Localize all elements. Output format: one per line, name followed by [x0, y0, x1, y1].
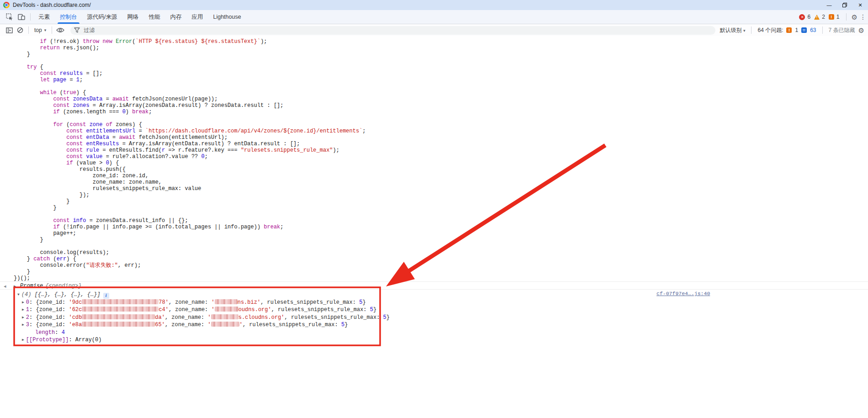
- redaction-blur: [82, 314, 155, 319]
- message-separator: [0, 281, 868, 282]
- filter-input[interactable]: [83, 26, 690, 34]
- warning-count: 2: [822, 14, 825, 20]
- issue-message-badge-icon: [801, 27, 807, 33]
- tab-性能[interactable]: 性能: [143, 10, 165, 24]
- code-line: console.log(results);: [14, 249, 366, 256]
- array-preview-row[interactable]: ▼(4) [{…}, {…}, {…}, {…}]i: [14, 291, 425, 299]
- code-line: }: [14, 51, 366, 58]
- code-line: [14, 58, 366, 64]
- expand-icon: ▶: [22, 300, 24, 304]
- clear-console-button[interactable]: [15, 25, 26, 35]
- tab-Lighthouse[interactable]: Lighthouse: [208, 10, 246, 24]
- tab-控制台[interactable]: 控制台: [55, 10, 82, 24]
- close-button[interactable]: ✕: [852, 0, 868, 10]
- tab-源代码/来源[interactable]: 源代码/来源: [82, 10, 122, 24]
- tab-list: 元素控制台源代码/来源网络性能内存应用Lighthouse: [33, 10, 246, 24]
- live-expression-button[interactable]: [55, 25, 66, 35]
- array-items-preview: [{…}, {…}, {…}, {…}]: [31, 291, 100, 298]
- redaction-blur: [82, 322, 155, 327]
- code-line: while (true) {: [14, 90, 366, 96]
- filter-funnel-icon: [74, 27, 80, 33]
- divider: [52, 26, 52, 34]
- array-item-row[interactable]: ▶1: {zone_id: '62cc4', zone_name: 'oudns…: [14, 306, 425, 314]
- code-line: let page = 1;: [14, 77, 366, 83]
- context-label: top: [34, 27, 42, 33]
- code-line: for (const zone of zones) {: [14, 122, 366, 128]
- redaction-blur: [211, 322, 239, 327]
- source-location-link[interactable]: cf-07f97e4….js:40: [656, 291, 710, 296]
- code-line: zone_name: zone.name,: [14, 179, 366, 185]
- code-line: });: [14, 192, 366, 198]
- code-line: [14, 83, 366, 90]
- array-count: (4): [21, 291, 32, 298]
- info-icon[interactable]: i: [103, 293, 109, 299]
- code-line: [14, 115, 366, 122]
- eye-icon: [56, 27, 64, 33]
- divider: [28, 26, 29, 34]
- message-separator: [0, 289, 868, 290]
- array-item-row[interactable]: ▶0: {zone_id: '9dc78', zone_name: 'ns.bi…: [14, 299, 425, 307]
- console-warnings-icon[interactable]: [814, 15, 820, 20]
- code-line: const entData = await fetchJson(entitlem…: [14, 134, 366, 141]
- code-line: rulesets_snippets_rule_max: value: [14, 185, 366, 192]
- console-sidebar-toggle-button[interactable]: [4, 25, 15, 35]
- array-item-row[interactable]: ▶2: {zone_id: 'cdbda', zone_name: 's.clo…: [14, 314, 425, 322]
- console-log-array-message: ▼(4) [{…}, {…}, {…}, {…}]i ▶0: {zone_id:…: [14, 291, 425, 344]
- more-options-icon[interactable]: ⋮: [860, 13, 864, 21]
- divider: [30, 13, 31, 21]
- tab-元素[interactable]: 元素: [33, 10, 55, 24]
- returned-promise-row[interactable]: ▶ Promise {<pending>}: [14, 283, 81, 289]
- array-item-row[interactable]: ▶3: {zone_id: 'e8a65', zone_name: '', ru…: [14, 321, 425, 329]
- code-line: console.error("请求失败:", err);: [14, 262, 366, 269]
- toggle-device-toolbar-button[interactable]: [16, 11, 27, 22]
- code-line: }: [14, 269, 366, 275]
- issues-icon[interactable]: !: [829, 14, 834, 20]
- tab-内存[interactable]: 内存: [165, 10, 186, 24]
- divider: [751, 26, 752, 34]
- issue-error-count: 1: [795, 27, 798, 33]
- code-line: [14, 243, 366, 249]
- array-length-row: length: 4: [14, 329, 425, 337]
- code-line: return res.json();: [14, 45, 366, 51]
- code-line: const results = [];: [14, 70, 366, 77]
- restore-icon: [842, 3, 847, 7]
- code-line: const value = rule?.allocation?.value ??…: [14, 153, 366, 160]
- array-prototype-row[interactable]: ▶[[Prototype]]: Array(0): [14, 336, 425, 344]
- tab-网络[interactable]: 网络: [122, 10, 143, 24]
- code-line: }: [14, 198, 366, 205]
- inspect-element-button[interactable]: [4, 11, 16, 22]
- log-level-selector[interactable]: 默认级别 ▾: [720, 26, 746, 34]
- console-filter-box[interactable]: [70, 26, 715, 35]
- redaction-blur: [82, 307, 159, 312]
- code-line: const entitlementsUrl = `https://dash.cl…: [14, 128, 366, 134]
- close-icon: ✕: [858, 2, 862, 8]
- issue-message-count: 63: [810, 27, 816, 33]
- settings-gear-icon[interactable]: ⚙: [852, 14, 857, 21]
- code-line: } catch (err) {: [14, 256, 366, 262]
- minimize-icon: —: [827, 2, 832, 8]
- tab-应用[interactable]: 应用: [186, 10, 208, 24]
- code-line: page++;: [14, 230, 366, 237]
- redaction-blur: [82, 299, 159, 304]
- expand-icon: ▶: [22, 338, 24, 342]
- divider: [846, 13, 847, 21]
- chrome-logo-icon: [3, 2, 10, 8]
- expand-icon: ▶: [14, 284, 16, 288]
- restore-button[interactable]: [837, 0, 852, 10]
- code-line: const entResults = Array.isArray(entData…: [14, 141, 366, 147]
- minimize-button[interactable]: —: [821, 0, 837, 10]
- window-title: DevTools - dash.cloudflare.com/: [13, 2, 91, 8]
- chevron-down-icon: ▾: [743, 28, 746, 33]
- issue-error-badge-icon: !: [786, 27, 792, 33]
- console-errors-icon[interactable]: ✕: [799, 14, 805, 20]
- log-level-label: 默认级别: [720, 27, 742, 33]
- hidden-messages-label[interactable]: 7 条已隐藏: [829, 26, 855, 34]
- clear-console-icon: [17, 27, 23, 33]
- returned-value-icon: ◂: [4, 283, 6, 289]
- code-line: if (zones.length === 0) break;: [14, 109, 366, 115]
- devtools-tabbar: 元素控制台源代码/来源网络性能内存应用Lighthouse ✕ 6 2 ! 1 …: [0, 10, 868, 24]
- code-line: zone_id: zone.id,: [14, 173, 366, 179]
- console-settings-gear-icon[interactable]: ⚙: [858, 27, 864, 34]
- javascript-context-selector[interactable]: top ▾: [32, 27, 49, 33]
- issues-count-label[interactable]: 64 个问题:: [757, 26, 783, 34]
